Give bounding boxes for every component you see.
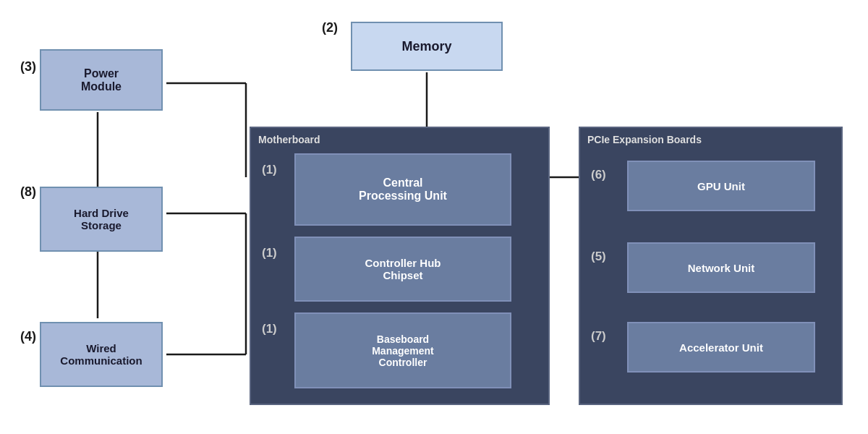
gpu-box: GPU Unit [627, 161, 815, 211]
power-module-box: Power Module [40, 49, 163, 111]
label-8: (8) [20, 184, 36, 200]
cpu-number: (1) [262, 163, 277, 177]
pcie-label: PCIe Expansion Boards [587, 134, 702, 145]
gpu-number: (6) [591, 168, 606, 182]
network-number: (5) [591, 250, 606, 264]
label-3: (3) [20, 59, 36, 75]
label-2: (2) [322, 20, 338, 35]
controller-box: Controller Hub Chipset [294, 237, 511, 302]
motherboard-container: Motherboard (1) Central Processing Unit … [250, 127, 550, 405]
hard-drive-box: Hard Drive Storage [40, 187, 163, 252]
cpu-box: Central Processing Unit [294, 153, 511, 226]
baseboard-number: (1) [262, 322, 277, 336]
label-4: (4) [20, 329, 36, 344]
accelerator-number: (7) [591, 329, 606, 344]
memory-box: Memory [351, 22, 503, 71]
accelerator-box: Accelerator Unit [627, 322, 815, 373]
baseboard-box: Baseboard Management Controller [294, 312, 511, 388]
motherboard-label: Motherboard [258, 134, 320, 145]
diagram: (3) (8) (4) (2) Power Module Hard Drive … [0, 0, 868, 434]
wired-comm-box: Wired Communication [40, 322, 163, 387]
network-box: Network Unit [627, 242, 815, 293]
pcie-container: PCIe Expansion Boards (6) GPU Unit (5) N… [579, 127, 843, 405]
controller-number: (1) [262, 246, 277, 260]
